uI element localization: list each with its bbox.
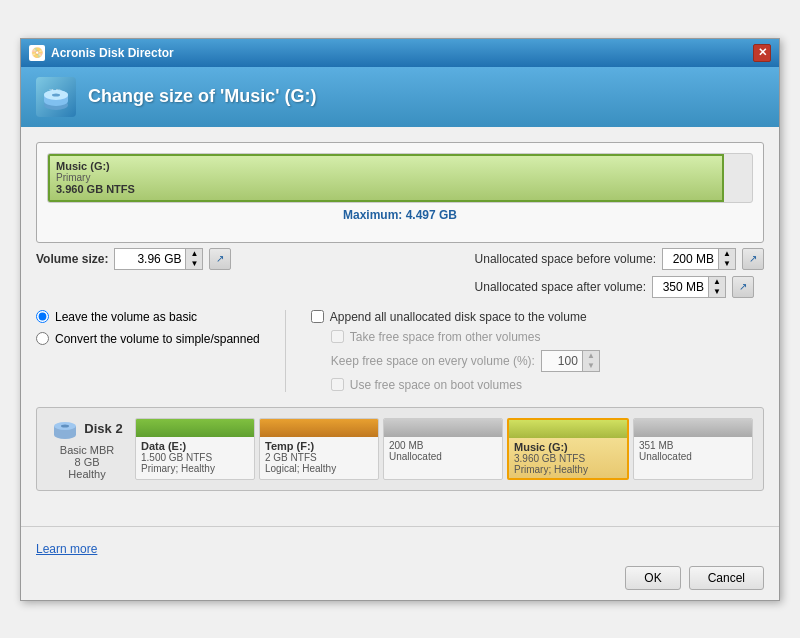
unalloc-after-spinbox[interactable]: ▲ ▼ <box>652 276 726 298</box>
unalloc-before-expand[interactable]: ↗ <box>742 248 764 270</box>
radio-simple-input[interactable] <box>36 332 49 345</box>
partition-name-0: Data (E:) <box>141 440 249 452</box>
unalloc-after-label: Unallocated space after volume: <box>475 280 646 294</box>
partition-name-3: Music (G:) <box>514 441 622 453</box>
unalloc-after-down[interactable]: ▼ <box>709 287 725 297</box>
checkbox-boot-label: Use free space on boot volumes <box>350 378 522 392</box>
app-icon: 📀 <box>29 45 45 61</box>
partition-bar-3 <box>509 420 627 438</box>
volume-size-buttons: ▲ ▼ <box>185 249 202 269</box>
title-bar: 📀 Acronis Disk Director ✕ <box>21 39 779 67</box>
partition-card-2: 200 MBUnallocated <box>383 418 503 480</box>
partition-size-4: 351 MB <box>639 440 747 451</box>
ok-button[interactable]: OK <box>625 566 680 590</box>
volume-size-up[interactable]: ▲ <box>186 249 202 259</box>
close-button[interactable]: ✕ <box>753 44 771 62</box>
unalloc-after-row: Unallocated space after volume: ▲ ▼ ↗ <box>475 276 764 298</box>
partition-size: 3.960 GB NTFS <box>56 183 716 195</box>
main-window: 📀 Acronis Disk Director ✕ →← Change size… <box>20 38 780 601</box>
window-title: Acronis Disk Director <box>51 46 174 60</box>
unalloc-after-up[interactable]: ▲ <box>709 277 725 287</box>
checkbox-take-free[interactable]: Take free space from other volumes <box>331 330 600 344</box>
svg-point-5 <box>52 93 60 96</box>
cancel-button[interactable]: Cancel <box>689 566 764 590</box>
radio-simple[interactable]: Convert the volume to simple/spanned <box>36 332 260 346</box>
disk-info-block: Disk 2 Basic MBR 8 GB Healthy <box>47 418 127 480</box>
checkbox-boot[interactable]: Use free space on boot volumes <box>331 378 600 392</box>
partition-name-1: Temp (F:) <box>265 440 373 452</box>
checkbox-append-input[interactable] <box>311 310 324 323</box>
partition-cards: Data (E:)1.500 GB NTFSPrimary; HealthyTe… <box>135 418 753 480</box>
volume-size-group: Volume size: ▲ ▼ ↗ <box>36 248 231 270</box>
unalloc-before-down[interactable]: ▼ <box>719 259 735 269</box>
volume-size-down[interactable]: ▼ <box>186 259 202 269</box>
checkbox-group: Append all unallocated disk space to the… <box>311 310 600 392</box>
checkbox-take-free-input[interactable] <box>331 330 344 343</box>
learn-more-link[interactable]: Learn more <box>36 542 97 556</box>
unalloc-before-label: Unallocated space before volume: <box>475 252 656 266</box>
unalloc-before-spinbox[interactable]: ▲ ▼ <box>662 248 736 270</box>
partition-bar-2 <box>384 419 502 437</box>
radio-group: Leave the volume as basic Convert the vo… <box>36 310 260 392</box>
partition-size-1: 2 GB NTFS <box>265 452 373 463</box>
volume-size-expand[interactable]: ↗ <box>209 248 231 270</box>
checkbox-append[interactable]: Append all unallocated disk space to the… <box>311 310 600 324</box>
unalloc-before-buttons: ▲ ▼ <box>718 249 735 269</box>
unalloc-before-input[interactable] <box>663 249 718 269</box>
footer: Learn more <box>21 537 779 566</box>
disk-size: 8 GB <box>74 456 99 468</box>
keep-free-up[interactable]: ▲ <box>583 351 599 361</box>
keep-free-row: Keep free space on every volume (%): ▲ ▼ <box>331 350 600 372</box>
partition-bar-1 <box>260 419 378 437</box>
checkbox-boot-input[interactable] <box>331 378 344 391</box>
disk-map-section: Disk 2 Basic MBR 8 GB Healthy Data (E:)1… <box>36 407 764 491</box>
volume-size-input[interactable] <box>115 249 185 269</box>
disk-icon <box>51 418 79 440</box>
radio-basic-input[interactable] <box>36 310 49 323</box>
unalloc-after-expand[interactable]: ↗ <box>732 276 754 298</box>
options-section: Leave the volume as basic Convert the vo… <box>36 310 764 392</box>
max-label: Maximum: 4.497 GB <box>47 208 753 222</box>
checkbox-append-label: Append all unallocated disk space to the… <box>330 310 587 324</box>
partition-type-0: Primary; Healthy <box>141 463 249 474</box>
unalloc-after-input[interactable] <box>653 277 708 297</box>
keep-free-spinbox[interactable]: ▲ ▼ <box>541 350 600 372</box>
disk-name: Disk 2 <box>84 421 122 436</box>
radio-basic-label: Leave the volume as basic <box>55 310 197 324</box>
radio-simple-label: Convert the volume to simple/spanned <box>55 332 260 346</box>
dialog-title: Change size of 'Music' (G:) <box>88 86 317 107</box>
partition-size-2: 200 MB <box>389 440 497 451</box>
disk-type: Basic MBR <box>60 444 114 456</box>
unalloc-before-row: Unallocated space before volume: ▲ ▼ ↗ <box>475 248 764 270</box>
partition-bar-4 <box>634 419 752 437</box>
header-icon: →← <box>36 77 76 117</box>
partition-bar-0 <box>136 419 254 437</box>
partition-type-2: Unallocated <box>389 451 497 462</box>
partition-card-4: 351 MBUnallocated <box>633 418 753 480</box>
partition-size-3: 3.960 GB NTFS <box>514 453 622 464</box>
disk-status: Healthy <box>68 468 105 480</box>
keep-free-down[interactable]: ▼ <box>583 361 599 371</box>
partition-size-0: 1.500 GB NTFS <box>141 452 249 463</box>
partition-card-0: Data (E:)1.500 GB NTFSPrimary; Healthy <box>135 418 255 480</box>
partition-card-3: Music (G:)3.960 GB NTFSPrimary; Healthy <box>507 418 629 480</box>
separator <box>21 526 779 527</box>
svg-point-10 <box>61 424 69 427</box>
partition-type-1: Logical; Healthy <box>265 463 373 474</box>
partition-card-1: Temp (F:)2 GB NTFSLogical; Healthy <box>259 418 379 480</box>
volume-size-spinbox[interactable]: ▲ ▼ <box>114 248 203 270</box>
volume-size-label: Volume size: <box>36 252 108 266</box>
svg-text:→←: →← <box>48 86 62 93</box>
partition-type-4: Unallocated <box>639 451 747 462</box>
header-bar: →← Change size of 'Music' (G:) <box>21 67 779 127</box>
disk-bar: Music (G:) Primary 3.960 GB NTFS <box>47 153 753 203</box>
unalloc-before-up[interactable]: ▲ <box>719 249 735 259</box>
music-partition: Music (G:) Primary 3.960 GB NTFS <box>48 154 724 202</box>
partition-type: Primary <box>56 172 716 183</box>
partition-type-3: Primary; Healthy <box>514 464 622 475</box>
keep-free-input[interactable] <box>542 351 582 371</box>
checkbox-take-free-label: Take free space from other volumes <box>350 330 541 344</box>
unalloc-after-buttons: ▲ ▼ <box>708 277 725 297</box>
unallocated-section: Unallocated space before volume: ▲ ▼ ↗ U… <box>475 248 764 298</box>
radio-basic[interactable]: Leave the volume as basic <box>36 310 260 324</box>
